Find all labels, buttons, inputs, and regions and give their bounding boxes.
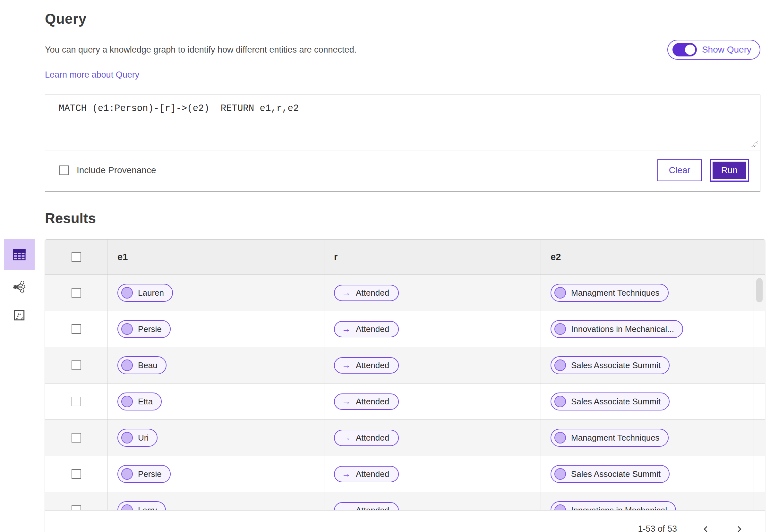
entity-pill-e1[interactable]: Etta (117, 393, 162, 410)
entity-pill-e1-label: Uri (138, 433, 148, 443)
learn-more-link[interactable]: Learn more about Query (45, 70, 139, 80)
relation-pill-label: Attended (356, 505, 389, 511)
include-provenance-checkbox[interactable] (59, 165, 69, 175)
table-body: Lauren → Attended Managment Techniques P… (45, 275, 765, 510)
column-header-e2: e2 (551, 252, 561, 262)
entity-pill-e2[interactable]: Innovations in Mechanical (551, 501, 676, 510)
previous-page-button[interactable] (701, 525, 710, 532)
query-input[interactable]: MATCH (e1:Person)-[r]->(e2) RETURN e1,r,… (45, 95, 760, 150)
table-row: Lauren → Attended Managment Techniques (45, 275, 765, 311)
entity-pill-e2[interactable]: Sales Associate Summit (551, 356, 670, 374)
entity-pill-e1-label: Persie (138, 469, 162, 479)
entity-node-icon (554, 359, 566, 371)
entity-node-icon (121, 359, 133, 371)
relation-arrow-icon: → (342, 325, 351, 334)
relation-pill-label: Attended (356, 397, 389, 407)
entity-pill-e2[interactable]: Managment Techniques (551, 284, 669, 302)
column-header-r: r (334, 252, 337, 262)
entity-pill-e1[interactable]: Larry (117, 501, 166, 510)
next-page-button[interactable] (735, 525, 744, 532)
relation-pill-label: Attended (356, 360, 389, 370)
column-header-e1: e1 (117, 252, 128, 262)
entity-pill-e1[interactable]: Uri (117, 429, 157, 447)
entity-pill-e2[interactable]: Sales Associate Summit (551, 465, 670, 483)
relation-pill[interactable]: → Attended (334, 430, 399, 446)
entity-node-icon (554, 504, 566, 510)
results-title: Results (45, 210, 760, 226)
results-table: e1 r e2 Lauren → Attended (45, 239, 765, 532)
entity-pill-e1-label: Larry (138, 505, 157, 511)
relation-arrow-icon: → (342, 288, 351, 297)
chart-view-icon (12, 308, 26, 322)
show-query-toggle[interactable]: Show Query (667, 40, 760, 60)
query-panel: MATCH (e1:Person)-[r]->(e2) RETURN e1,r,… (45, 95, 760, 192)
table-header-row: e1 r e2 (45, 240, 765, 275)
entity-node-icon (121, 432, 133, 443)
page-description: You can query a knowledge graph to ident… (45, 45, 356, 55)
entity-pill-e2[interactable]: Innovations in Mechanical... (551, 320, 683, 338)
table-row: Uri → Attended Managment Techniques (45, 420, 765, 456)
entity-pill-e2[interactable]: Managment Techniques (551, 429, 669, 447)
relation-arrow-icon: → (342, 433, 351, 442)
entity-node-icon (121, 287, 133, 299)
show-query-label: Show Query (702, 45, 751, 55)
chart-view-button[interactable] (4, 304, 35, 326)
entity-node-icon (554, 468, 566, 480)
relation-pill[interactable]: → Attended (334, 357, 399, 374)
entity-pill-e1-label: Lauren (138, 288, 164, 298)
relation-arrow-icon: → (342, 506, 351, 510)
relation-arrow-icon: → (342, 397, 351, 406)
toggle-knob (685, 45, 695, 55)
relation-pill[interactable]: → Attended (334, 285, 399, 301)
entity-pill-e1[interactable]: Persie (117, 320, 171, 338)
row-checkbox[interactable] (72, 433, 81, 443)
table-row: Beau → Attended Sales Associate Summit (45, 347, 765, 384)
clear-button[interactable]: Clear (657, 159, 702, 181)
relation-pill[interactable]: → Attended (334, 502, 399, 511)
entity-pill-e2-label: Sales Associate Summit (571, 397, 661, 407)
entity-pill-e1-label: Beau (138, 360, 157, 370)
relation-pill[interactable]: → Attended (334, 393, 399, 410)
table-pagination: 1-53 of 53 (45, 510, 765, 532)
table-view-icon (12, 247, 27, 262)
entity-node-icon (121, 468, 133, 480)
relation-pill[interactable]: → Attended (334, 321, 399, 337)
entity-node-icon (554, 432, 566, 443)
relation-arrow-icon: → (342, 469, 351, 478)
entity-pill-e2[interactable]: Sales Associate Summit (551, 393, 670, 410)
entity-pill-e2-label: Managment Techniques (571, 288, 660, 298)
entity-node-icon (121, 323, 133, 335)
select-all-checkbox[interactable] (72, 252, 81, 262)
relation-arrow-icon: → (342, 361, 351, 370)
table-row: Persie → Attended Innovations in Mechani… (45, 311, 765, 347)
entity-pill-e1[interactable]: Persie (117, 465, 171, 483)
run-button[interactable]: Run (710, 159, 749, 182)
view-switcher (0, 239, 45, 326)
vertical-scrollbar-thumb[interactable] (756, 278, 763, 302)
graph-view-button[interactable] (4, 276, 35, 298)
row-checkbox[interactable] (72, 505, 81, 510)
entity-pill-e1-label: Persie (138, 324, 162, 334)
table-row: Larry → Attended Innovations in Mechanic… (45, 492, 765, 510)
row-checkbox[interactable] (72, 360, 81, 370)
relation-pill-label: Attended (356, 469, 389, 479)
entity-pill-e2-label: Sales Associate Summit (571, 360, 661, 370)
entity-pill-e1[interactable]: Beau (117, 356, 166, 374)
toggle-switch-on[interactable] (673, 43, 697, 56)
relation-pill-label: Attended (356, 433, 389, 443)
table-view-button[interactable] (4, 239, 35, 270)
entity-pill-e2-label: Innovations in Mechanical (571, 505, 667, 511)
resize-handle-icon[interactable] (750, 139, 758, 148)
row-checkbox[interactable] (72, 397, 81, 406)
entity-node-icon (121, 504, 133, 510)
table-row: Persie → Attended Sales Associate Summit (45, 456, 765, 492)
row-checkbox[interactable] (72, 288, 81, 298)
entity-pill-e1[interactable]: Lauren (117, 284, 173, 302)
relation-pill[interactable]: → Attended (334, 466, 399, 482)
row-checkbox[interactable] (72, 469, 81, 479)
entity-pill-e1-label: Etta (138, 397, 153, 407)
row-checkbox[interactable] (72, 324, 81, 334)
entity-pill-e2-label: Sales Associate Summit (571, 469, 661, 479)
relation-pill-label: Attended (356, 324, 389, 334)
entity-node-icon (554, 323, 566, 335)
